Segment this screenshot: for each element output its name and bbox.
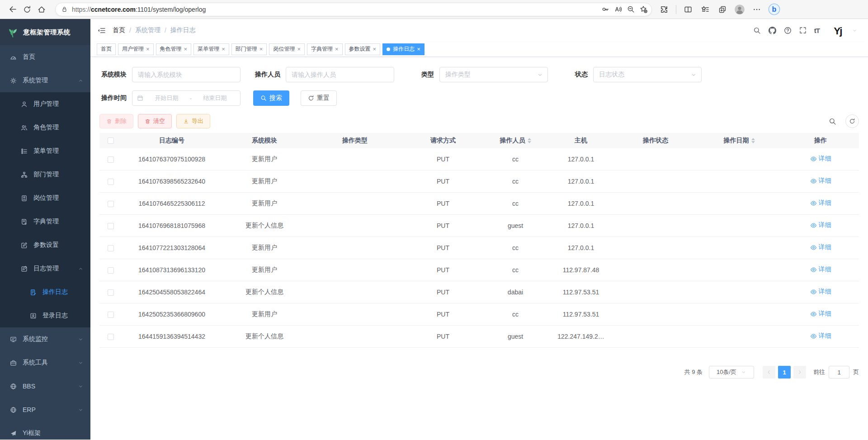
sort-icon[interactable] xyxy=(528,138,531,143)
sidebar-item-岗位管理[interactable]: 岗位管理 xyxy=(0,186,90,210)
font-size-icon[interactable]: tT xyxy=(814,27,820,34)
reset-button[interactable]: 重置 xyxy=(301,90,337,106)
operator-input[interactable] xyxy=(286,67,394,82)
zoom-out-icon[interactable] xyxy=(624,3,637,16)
row-checkbox[interactable] xyxy=(108,267,114,274)
url-text[interactable]: https://ccnetcore.com:1101/system/log/op… xyxy=(72,6,599,13)
sidebar-item-ERP[interactable]: ERP xyxy=(0,398,90,421)
help-icon[interactable] xyxy=(784,27,792,34)
chevron-down-icon[interactable] xyxy=(852,28,857,33)
column-header-操作人员[interactable]: 操作人员 xyxy=(484,137,547,145)
add-favorite-icon[interactable] xyxy=(637,3,650,16)
more-menu-icon[interactable] xyxy=(750,2,764,17)
sidebar-item-角色管理[interactable]: 角色管理 xyxy=(0,116,90,139)
module-input[interactable] xyxy=(132,67,241,82)
column-header-操作日期[interactable]: 操作日期 xyxy=(696,137,782,145)
browser-refresh-button[interactable] xyxy=(20,2,34,17)
bing-chat-icon[interactable]: b xyxy=(767,2,781,17)
extensions-icon[interactable] xyxy=(657,2,671,17)
row-checkbox[interactable] xyxy=(108,223,114,229)
status-select[interactable]: 日志状态 xyxy=(593,67,702,82)
sidebar-item-字典管理[interactable]: 字典管理 xyxy=(0,210,90,233)
delete-button[interactable]: 删除 xyxy=(99,114,133,128)
close-icon[interactable]: × xyxy=(184,46,188,52)
close-icon[interactable]: × xyxy=(417,46,420,52)
sidebar-item-登录日志[interactable]: 登录日志 xyxy=(0,304,90,327)
password-key-icon[interactable] xyxy=(599,3,612,16)
sidebar-item-用户管理[interactable]: 用户管理 xyxy=(0,92,90,116)
tab-角色管理[interactable]: 角色管理× xyxy=(156,43,192,55)
sidebar-item-操作日志[interactable]: 操作日志 xyxy=(0,280,90,304)
hamburger-icon[interactable] xyxy=(97,26,106,35)
detail-link[interactable]: 详细 xyxy=(810,221,831,229)
collections-icon[interactable] xyxy=(715,2,730,17)
home-button[interactable] xyxy=(34,2,49,17)
export-button[interactable]: 导出 xyxy=(176,114,210,128)
goto-page-input[interactable] xyxy=(829,366,849,378)
row-checkbox[interactable] xyxy=(108,201,114,207)
close-icon[interactable]: × xyxy=(146,46,150,52)
sidebar-item-首页[interactable]: 首页 xyxy=(0,45,90,69)
page-number-1[interactable]: 1 xyxy=(778,366,791,378)
detail-link[interactable]: 详细 xyxy=(810,288,831,296)
row-checkbox[interactable] xyxy=(108,289,114,296)
page-size-select[interactable]: 10条/页 xyxy=(709,366,754,378)
detail-link[interactable]: 详细 xyxy=(810,310,831,318)
detail-link[interactable]: 详细 xyxy=(810,177,831,185)
table-refresh-button[interactable] xyxy=(845,114,859,128)
row-checkbox[interactable] xyxy=(108,334,114,340)
row-checkbox[interactable] xyxy=(108,312,114,318)
row-checkbox[interactable] xyxy=(108,179,114,185)
close-icon[interactable]: × xyxy=(259,46,263,52)
detail-link[interactable]: 详细 xyxy=(810,199,831,207)
sidebar-item-系统工具[interactable]: 系统工具 xyxy=(0,351,90,374)
close-icon[interactable]: × xyxy=(222,46,225,52)
close-icon[interactable]: × xyxy=(373,46,377,52)
address-bar[interactable]: https://ccnetcore.com:1101/system/log/op… xyxy=(55,3,652,16)
detail-link[interactable]: 详细 xyxy=(810,265,831,274)
user-avatar-logo[interactable]: Yj xyxy=(831,24,844,37)
sidebar-item-系统管理[interactable]: 系统管理 xyxy=(0,69,90,92)
sort-icon[interactable] xyxy=(751,138,755,143)
select-all-checkbox[interactable] xyxy=(108,137,114,144)
tab-首页[interactable]: 首页 xyxy=(97,43,116,55)
fullscreen-icon[interactable] xyxy=(799,27,807,34)
row-checkbox[interactable] xyxy=(108,245,114,251)
close-icon[interactable]: × xyxy=(335,46,339,52)
breadcrumb-item[interactable]: 系统管理 xyxy=(135,26,160,34)
search-button[interactable]: 搜索 xyxy=(253,90,289,106)
tab-操作日志[interactable]: 操作日志× xyxy=(382,43,425,55)
app-logo[interactable]: 意框架管理系统 xyxy=(0,19,90,45)
detail-link[interactable]: 详细 xyxy=(810,243,831,251)
split-screen-icon[interactable] xyxy=(681,2,695,17)
tab-用户管理[interactable]: 用户管理× xyxy=(118,43,154,55)
back-button[interactable] xyxy=(5,2,20,17)
close-icon[interactable]: × xyxy=(297,46,301,52)
sidebar-item-菜单管理[interactable]: 菜单管理 xyxy=(0,139,90,163)
clear-button[interactable]: 清空 xyxy=(138,114,172,128)
sidebar-item-Yi框架[interactable]: Yi框架 xyxy=(0,421,90,440)
tab-菜单管理[interactable]: 菜单管理× xyxy=(193,43,229,55)
detail-link[interactable]: 详细 xyxy=(810,155,831,163)
date-range-input[interactable]: 开始日期 - 结束日期 xyxy=(132,90,241,106)
favorites-icon[interactable] xyxy=(698,2,712,17)
type-select[interactable]: 操作类型 xyxy=(439,67,548,82)
prev-page-button[interactable] xyxy=(763,366,775,378)
tab-字典管理[interactable]: 字典管理× xyxy=(307,43,343,55)
detail-link[interactable]: 详细 xyxy=(810,332,831,340)
sidebar-item-日志管理[interactable]: 日志管理 xyxy=(0,257,90,280)
profile-avatar[interactable] xyxy=(732,2,747,17)
tab-参数设置[interactable]: 参数设置× xyxy=(345,43,381,55)
sidebar-item-部门管理[interactable]: 部门管理 xyxy=(0,163,90,186)
show-search-button[interactable] xyxy=(826,114,839,128)
row-checkbox[interactable] xyxy=(108,156,114,163)
tab-岗位管理[interactable]: 岗位管理× xyxy=(269,43,305,55)
github-icon[interactable] xyxy=(769,27,776,34)
tab-部门管理[interactable]: 部门管理× xyxy=(231,43,267,55)
sidebar-item-BBS[interactable]: BBS xyxy=(0,374,90,398)
breadcrumb-item[interactable]: 首页 xyxy=(113,26,125,34)
search-icon[interactable] xyxy=(753,27,761,34)
read-aloud-icon[interactable] xyxy=(612,3,624,16)
sidebar-item-参数设置[interactable]: 参数设置 xyxy=(0,233,90,257)
next-page-button[interactable] xyxy=(793,366,806,378)
